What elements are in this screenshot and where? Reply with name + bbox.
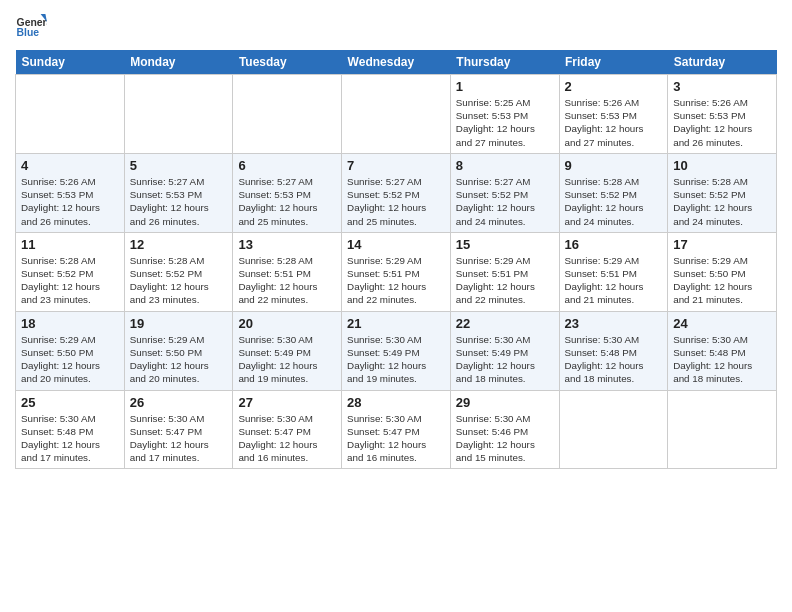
- day-info: Sunrise: 5:29 AM Sunset: 5:50 PM Dayligh…: [673, 254, 771, 307]
- day-info: Sunrise: 5:30 AM Sunset: 5:47 PM Dayligh…: [238, 412, 336, 465]
- day-info: Sunrise: 5:26 AM Sunset: 5:53 PM Dayligh…: [673, 96, 771, 149]
- day-info: Sunrise: 5:30 AM Sunset: 5:47 PM Dayligh…: [130, 412, 228, 465]
- day-cell: 18Sunrise: 5:29 AM Sunset: 5:50 PM Dayli…: [16, 311, 125, 390]
- day-cell: 28Sunrise: 5:30 AM Sunset: 5:47 PM Dayli…: [342, 390, 451, 469]
- day-cell: 2Sunrise: 5:26 AM Sunset: 5:53 PM Daylig…: [559, 75, 668, 154]
- day-info: Sunrise: 5:28 AM Sunset: 5:52 PM Dayligh…: [673, 175, 771, 228]
- day-info: Sunrise: 5:30 AM Sunset: 5:47 PM Dayligh…: [347, 412, 445, 465]
- week-row-5: 25Sunrise: 5:30 AM Sunset: 5:48 PM Dayli…: [16, 390, 777, 469]
- col-header-wednesday: Wednesday: [342, 50, 451, 75]
- logo-icon: General Blue: [15, 10, 47, 42]
- day-cell: 15Sunrise: 5:29 AM Sunset: 5:51 PM Dayli…: [450, 232, 559, 311]
- day-cell: 1Sunrise: 5:25 AM Sunset: 5:53 PM Daylig…: [450, 75, 559, 154]
- day-number: 16: [565, 237, 663, 252]
- day-info: Sunrise: 5:27 AM Sunset: 5:53 PM Dayligh…: [238, 175, 336, 228]
- col-header-tuesday: Tuesday: [233, 50, 342, 75]
- col-header-sunday: Sunday: [16, 50, 125, 75]
- day-cell: 24Sunrise: 5:30 AM Sunset: 5:48 PM Dayli…: [668, 311, 777, 390]
- day-cell: 22Sunrise: 5:30 AM Sunset: 5:49 PM Dayli…: [450, 311, 559, 390]
- day-cell: 8Sunrise: 5:27 AM Sunset: 5:52 PM Daylig…: [450, 153, 559, 232]
- day-number: 26: [130, 395, 228, 410]
- day-cell: 14Sunrise: 5:29 AM Sunset: 5:51 PM Dayli…: [342, 232, 451, 311]
- day-cell: [124, 75, 233, 154]
- day-number: 28: [347, 395, 445, 410]
- day-number: 20: [238, 316, 336, 331]
- day-cell: 16Sunrise: 5:29 AM Sunset: 5:51 PM Dayli…: [559, 232, 668, 311]
- day-number: 22: [456, 316, 554, 331]
- day-cell: 21Sunrise: 5:30 AM Sunset: 5:49 PM Dayli…: [342, 311, 451, 390]
- day-info: Sunrise: 5:30 AM Sunset: 5:48 PM Dayligh…: [565, 333, 663, 386]
- day-info: Sunrise: 5:28 AM Sunset: 5:52 PM Dayligh…: [565, 175, 663, 228]
- day-info: Sunrise: 5:26 AM Sunset: 5:53 PM Dayligh…: [565, 96, 663, 149]
- day-number: 15: [456, 237, 554, 252]
- day-cell: 4Sunrise: 5:26 AM Sunset: 5:53 PM Daylig…: [16, 153, 125, 232]
- calendar-table: SundayMondayTuesdayWednesdayThursdayFrid…: [15, 50, 777, 469]
- day-number: 5: [130, 158, 228, 173]
- page-header: General Blue: [15, 10, 777, 42]
- day-cell: [342, 75, 451, 154]
- logo: General Blue: [15, 10, 51, 42]
- day-info: Sunrise: 5:29 AM Sunset: 5:51 PM Dayligh…: [456, 254, 554, 307]
- day-cell: 13Sunrise: 5:28 AM Sunset: 5:51 PM Dayli…: [233, 232, 342, 311]
- day-number: 1: [456, 79, 554, 94]
- day-info: Sunrise: 5:27 AM Sunset: 5:52 PM Dayligh…: [347, 175, 445, 228]
- day-cell: 26Sunrise: 5:30 AM Sunset: 5:47 PM Dayli…: [124, 390, 233, 469]
- day-cell: [668, 390, 777, 469]
- day-cell: 29Sunrise: 5:30 AM Sunset: 5:46 PM Dayli…: [450, 390, 559, 469]
- day-info: Sunrise: 5:30 AM Sunset: 5:48 PM Dayligh…: [673, 333, 771, 386]
- svg-text:Blue: Blue: [17, 27, 40, 38]
- day-cell: 10Sunrise: 5:28 AM Sunset: 5:52 PM Dayli…: [668, 153, 777, 232]
- day-number: 13: [238, 237, 336, 252]
- day-cell: 17Sunrise: 5:29 AM Sunset: 5:50 PM Dayli…: [668, 232, 777, 311]
- day-number: 14: [347, 237, 445, 252]
- day-number: 27: [238, 395, 336, 410]
- day-info: Sunrise: 5:27 AM Sunset: 5:53 PM Dayligh…: [130, 175, 228, 228]
- day-number: 24: [673, 316, 771, 331]
- day-cell: 7Sunrise: 5:27 AM Sunset: 5:52 PM Daylig…: [342, 153, 451, 232]
- day-info: Sunrise: 5:28 AM Sunset: 5:51 PM Dayligh…: [238, 254, 336, 307]
- day-cell: 5Sunrise: 5:27 AM Sunset: 5:53 PM Daylig…: [124, 153, 233, 232]
- day-cell: 6Sunrise: 5:27 AM Sunset: 5:53 PM Daylig…: [233, 153, 342, 232]
- day-info: Sunrise: 5:30 AM Sunset: 5:49 PM Dayligh…: [238, 333, 336, 386]
- header-row: SundayMondayTuesdayWednesdayThursdayFrid…: [16, 50, 777, 75]
- day-number: 6: [238, 158, 336, 173]
- day-number: 3: [673, 79, 771, 94]
- day-info: Sunrise: 5:25 AM Sunset: 5:53 PM Dayligh…: [456, 96, 554, 149]
- day-number: 23: [565, 316, 663, 331]
- day-info: Sunrise: 5:30 AM Sunset: 5:46 PM Dayligh…: [456, 412, 554, 465]
- day-cell: 11Sunrise: 5:28 AM Sunset: 5:52 PM Dayli…: [16, 232, 125, 311]
- day-info: Sunrise: 5:29 AM Sunset: 5:51 PM Dayligh…: [565, 254, 663, 307]
- day-number: 18: [21, 316, 119, 331]
- day-number: 2: [565, 79, 663, 94]
- day-info: Sunrise: 5:30 AM Sunset: 5:49 PM Dayligh…: [347, 333, 445, 386]
- day-info: Sunrise: 5:27 AM Sunset: 5:52 PM Dayligh…: [456, 175, 554, 228]
- day-info: Sunrise: 5:30 AM Sunset: 5:49 PM Dayligh…: [456, 333, 554, 386]
- day-number: 4: [21, 158, 119, 173]
- day-cell: 12Sunrise: 5:28 AM Sunset: 5:52 PM Dayli…: [124, 232, 233, 311]
- week-row-1: 1Sunrise: 5:25 AM Sunset: 5:53 PM Daylig…: [16, 75, 777, 154]
- day-number: 12: [130, 237, 228, 252]
- col-header-friday: Friday: [559, 50, 668, 75]
- day-cell: [16, 75, 125, 154]
- day-cell: 3Sunrise: 5:26 AM Sunset: 5:53 PM Daylig…: [668, 75, 777, 154]
- day-info: Sunrise: 5:28 AM Sunset: 5:52 PM Dayligh…: [130, 254, 228, 307]
- day-cell: [559, 390, 668, 469]
- day-number: 9: [565, 158, 663, 173]
- day-cell: 25Sunrise: 5:30 AM Sunset: 5:48 PM Dayli…: [16, 390, 125, 469]
- day-info: Sunrise: 5:29 AM Sunset: 5:50 PM Dayligh…: [130, 333, 228, 386]
- week-row-4: 18Sunrise: 5:29 AM Sunset: 5:50 PM Dayli…: [16, 311, 777, 390]
- day-number: 11: [21, 237, 119, 252]
- week-row-3: 11Sunrise: 5:28 AM Sunset: 5:52 PM Dayli…: [16, 232, 777, 311]
- day-info: Sunrise: 5:26 AM Sunset: 5:53 PM Dayligh…: [21, 175, 119, 228]
- day-cell: 9Sunrise: 5:28 AM Sunset: 5:52 PM Daylig…: [559, 153, 668, 232]
- day-number: 29: [456, 395, 554, 410]
- day-cell: 27Sunrise: 5:30 AM Sunset: 5:47 PM Dayli…: [233, 390, 342, 469]
- day-cell: 19Sunrise: 5:29 AM Sunset: 5:50 PM Dayli…: [124, 311, 233, 390]
- day-info: Sunrise: 5:30 AM Sunset: 5:48 PM Dayligh…: [21, 412, 119, 465]
- day-number: 21: [347, 316, 445, 331]
- day-number: 8: [456, 158, 554, 173]
- col-header-monday: Monday: [124, 50, 233, 75]
- day-number: 7: [347, 158, 445, 173]
- day-info: Sunrise: 5:29 AM Sunset: 5:51 PM Dayligh…: [347, 254, 445, 307]
- day-number: 17: [673, 237, 771, 252]
